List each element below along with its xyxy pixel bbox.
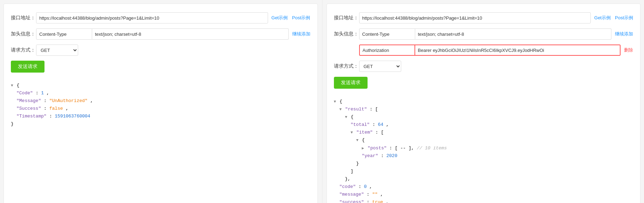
right-method-row: 请求方式： GET POST PUT DELETE PATCH [334,61,633,72]
right-json-item-inner: ▼ { [356,136,633,144]
right-url-row: 接口地址： Get示例 Post示例 [334,12,633,23]
left-method-row: 请求方式： GET POST PUT DELETE PATCH [11,45,310,56]
right-json-colon-item: : [ [376,130,384,135]
right-header-label: 加头信息： [334,31,359,37]
right-json-total-row: ▼ { [345,113,633,121]
right-json-colon-result: : [ [370,107,378,112]
right-json-total-value: 64 [378,122,384,127]
right-json-result-key: "result" [345,107,367,112]
right-header-value-1-input[interactable] [415,28,612,40]
left-json-message-key: "Message" [16,98,41,103]
right-get-example-link[interactable]: Get示例 [594,15,611,21]
right-posts-collapse-icon[interactable]: ▶ [362,145,364,152]
right-post-example-link[interactable]: Post示例 [615,15,633,21]
right-panel: 接口地址： Get示例 Post示例 加头信息： 继续添加 删除 请求方式： G… [327,4,641,203]
right-json-success-row: "success" : true , [340,198,633,203]
left-json-timestamp-value: 1591063760004 [55,114,90,119]
left-json-message-value: "UnAuthorized" [49,98,88,103]
right-header-key-1-input[interactable] [359,28,415,40]
left-json-code-row: "Code" : 1 , [16,89,310,97]
right-url-input[interactable] [359,12,591,23]
right-json-result-row: ▼ "result" : [ [340,106,633,113]
right-link-group: Get示例 Post示例 [594,15,633,21]
left-post-example-link[interactable]: Post示例 [292,15,310,21]
right-send-button[interactable]: 发送请求 [334,77,368,89]
right-json-colon-year: : [381,153,386,158]
right-header-row-2: 删除 [334,45,633,56]
left-json-code-value: 1 [41,90,44,96]
right-authorization-value-input[interactable] [415,45,621,56]
left-json-success-row: "Success" : false , [16,105,310,113]
right-total-collapse-icon[interactable]: ▼ [345,115,348,119]
right-json-item-row: ▼ "item" : [ [351,129,633,136]
right-comma-total: , [386,122,389,127]
left-json-colon-1: : [36,90,41,96]
left-continue-add-link[interactable]: 继续添加 [292,31,310,37]
right-json-output: ▼ { ▼ "result" : [ ▼ { "total" : 64 , ▼ … [334,98,633,203]
right-url-label: 接口地址： [334,15,359,21]
right-json-code-key: "code" [340,184,356,189]
right-authorization-key-input[interactable] [359,45,415,56]
left-header-value-input[interactable] [92,28,289,40]
right-json-close-brace-inner: } [356,160,633,168]
left-json-colon-2: : [44,98,49,103]
right-json-colon-message: : [367,192,372,197]
left-link-group: Get示例 Post示例 [272,15,310,21]
right-json-close-brace-2: }, [345,175,633,183]
right-json-posts-row: ▶ "posts" : [ -- ], // 10 items [362,144,633,152]
left-header-key-input[interactable] [36,28,92,40]
right-json-year-row: "year" : 2020 [362,152,633,160]
right-method-select[interactable]: GET POST PUT DELETE PATCH [359,61,401,72]
right-json-colon-code: : [358,184,364,189]
right-continue-add-link[interactable]: 继续添加 [615,31,633,37]
left-url-row: 接口地址： Get示例 Post示例 [11,12,310,23]
right-comma-message: , [381,192,383,197]
right-json-message-key: "message" [340,192,364,197]
right-item-collapse-icon[interactable]: ▼ [351,130,353,135]
right-json-posts-key: "posts" [368,146,387,151]
left-url-input[interactable] [36,12,268,23]
panel-divider [322,0,322,203]
right-json-colon-success: : [367,199,372,203]
left-json-close-brace: } [11,120,310,128]
right-result-collapse-icon[interactable]: ▼ [340,107,342,111]
right-json-colon-total: : [372,122,378,127]
left-json-timestamp-row: "Timestamp" : 1591063760004 [16,113,310,120]
right-comma-code: , [369,184,372,189]
left-header-label: 加头信息： [11,31,36,37]
right-item-inner-collapse-icon[interactable]: ▼ [356,138,359,142]
right-json-collapse-icon[interactable]: ▼ [334,100,336,104]
right-json-open-brace: { [340,99,342,104]
right-json-year-key: "year" [362,153,378,158]
right-json-code-value: 0 [364,184,367,189]
left-json-output: ▼ { "Code" : 1 , "Message" : "UnAuthoriz… [11,82,310,128]
left-json-open-brace: { [16,83,19,88]
right-json-code-row: "code" : 0 , [340,183,633,191]
right-delete-link[interactable]: 删除 [624,47,633,53]
left-json-success-key: "Success" [16,106,41,111]
left-json-comma-3: , [66,106,68,111]
right-json-item-key: "item" [356,130,373,135]
right-header-row-1: 加头信息： 继续添加 [334,28,633,40]
right-json-total-value-row: "total" : 64 , [351,121,633,129]
right-method-label: 请求方式： [334,63,359,69]
right-json-posts-comment: // 10 items [417,146,447,151]
left-json-colon-4: : [49,114,55,119]
left-json-collapse-icon[interactable]: ▼ [11,83,13,88]
right-json-colon-posts: : [ -- ], [389,146,417,151]
right-json-close-bracket-item: ] [351,168,633,175]
left-url-label: 接口地址： [11,15,36,21]
left-json-comma-1: , [47,90,49,96]
left-panel: 接口地址： Get示例 Post示例 加头信息： 继续添加 请求方式： GET … [4,4,318,203]
left-method-label: 请求方式： [11,47,36,53]
left-json-message-row: "Message" : "UnAuthorized" , [16,97,310,105]
left-json-timestamp-key: "Timestamp" [16,114,47,119]
left-header-row: 加头信息： 继续添加 [11,28,310,40]
right-json-message-value: "" [372,192,378,197]
left-get-example-link[interactable]: Get示例 [272,15,288,21]
right-json-success-key: "success" [340,199,364,203]
right-json-total-key: "total" [351,122,370,127]
left-method-select[interactable]: GET POST PUT DELETE PATCH [36,45,78,56]
left-send-button[interactable]: 发送请求 [11,61,44,73]
left-json-code-key: "Code" [16,90,33,96]
